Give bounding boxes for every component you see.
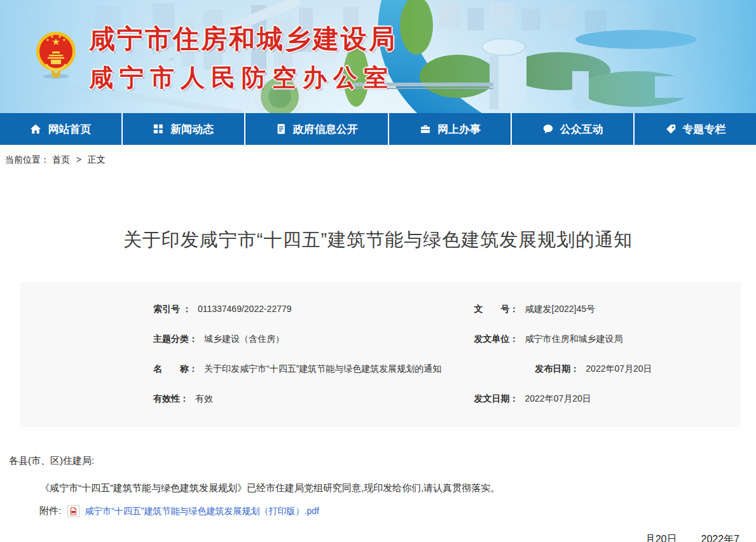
meta-value-publish-date: 2022年07月20日 (586, 363, 652, 374)
breadcrumb: 当前位置： 首页 > 正文 (0, 145, 756, 175)
document-icon (275, 123, 287, 135)
meta-row: 索引号 ：011337469/2022-22779 文 号：咸建发[2022]4… (20, 304, 741, 334)
breadcrumb-current: 正文 (88, 154, 106, 165)
meta-label-issue-date: 发文日期： (474, 393, 519, 403)
date-part-2: 2022年7 (701, 534, 740, 542)
meta-value-topic: 城乡建设（含住房） (204, 334, 284, 344)
page-title: 关于印发咸宁市“十四五”建筑节能与绿色建筑发展规划的通知 (0, 227, 756, 253)
grid-icon (153, 123, 164, 135)
attachment-pdf-link[interactable]: 咸宁市“十四五”建筑节能与绿色建筑发展规划（打印版）.pdf (85, 506, 319, 517)
chat-icon (542, 123, 554, 135)
nav-item-label: 专题专栏 (683, 122, 726, 137)
meta-label-doc-no: 文 号： (474, 304, 519, 314)
svg-text:★: ★ (62, 37, 66, 42)
meta-row: 主题分类：城乡建设（含住房） 发文单位：咸宁市住房和城乡建设局 (20, 334, 741, 363)
org-name-line2: 咸宁市人民防空办公室 (89, 62, 397, 94)
meta-row: 名 称：关于印发咸宁市“十四五”建筑节能与绿色建筑发展规划的通知 发布日期：20… (20, 363, 741, 393)
body-paragraph: 《咸宁市“十四五”建筑节能与绿色建筑发展规划》已经市住建局党组研究同意,现印发给… (40, 482, 756, 494)
meta-label-publish-date: 发布日期： (535, 363, 579, 374)
briefcase-icon (420, 123, 431, 135)
site-header: ★ ★ ★ ★ ★ 咸宁市住房和城乡建设局 咸宁市人民防空办公室 (0, 0, 756, 113)
meta-value-issue-date: 2022年07月20日 (525, 393, 591, 403)
svg-text:★: ★ (46, 37, 50, 42)
pdf-icon[interactable] (67, 505, 79, 517)
article: 关于印发咸宁市“十四五”建筑节能与绿色建筑发展规划的通知 索引号 ：011337… (0, 227, 756, 542)
national-emblem-icon: ★ ★ ★ ★ ★ (36, 30, 76, 80)
nav-item-home[interactable]: 网站首页 (0, 113, 121, 145)
breadcrumb-home-link[interactable]: 首页 (52, 154, 70, 165)
nav-item-online-services[interactable]: 网上办事 (388, 113, 511, 145)
meta-label-index-no: 索引号 ： (153, 304, 191, 314)
meta-value-doc-no: 咸建发[2022]45号 (525, 304, 596, 314)
document-date: 月20日2022年7 (0, 533, 756, 542)
breadcrumb-label: 当前位置： (5, 154, 50, 165)
site-masthead: 咸宁市住房和城乡建设局 咸宁市人民防空办公室 (89, 22, 397, 94)
attachment-line: 附件: 咸宁市“十四五”建筑节能与绿色建筑发展规划（打印版）.pdf (39, 505, 756, 517)
meta-label-topic: 主题分类： (153, 334, 198, 344)
attachment-label: 附件: (39, 505, 61, 517)
meta-value-name: 关于印发咸宁市“十四五”建筑节能与绿色建筑发展规划的通知 (204, 363, 441, 374)
meta-label-name: 名 称： (153, 363, 198, 374)
meta-value-validity: 有效 (195, 393, 213, 403)
nav-item-label: 公众互动 (560, 122, 603, 137)
date-part-1: 月20日 (645, 534, 677, 542)
nav-item-label: 新闻动态 (170, 122, 214, 137)
meta-label-validity: 有效性： (153, 393, 189, 403)
breadcrumb-separator: > (76, 154, 81, 165)
meta-value-index-no: 011337469/2022-22779 (198, 304, 292, 314)
salutation: 各县(市、区)住建局: (9, 455, 756, 467)
svg-text:★: ★ (50, 34, 54, 39)
nav-item-label: 政府信息公开 (293, 122, 358, 137)
nav-item-gov-info[interactable]: 政府信息公开 (244, 113, 388, 145)
tag-icon (665, 123, 677, 135)
nav-item-special-topics[interactable]: 专题专栏 (633, 113, 756, 145)
nav-item-label: 网上办事 (437, 122, 481, 137)
document-meta-table: 索引号 ：011337469/2022-22779 文 号：咸建发[2022]4… (20, 282, 741, 427)
nav-item-news[interactable]: 新闻动态 (121, 113, 244, 145)
svg-text:★: ★ (58, 34, 62, 39)
meta-row: 有效性：有效 发文日期：2022年07月20日 (20, 393, 741, 423)
nav-item-public-interaction[interactable]: 公众互动 (511, 113, 633, 145)
nav-item-label: 网站首页 (48, 122, 91, 137)
home-icon (30, 123, 41, 135)
meta-label-issuing-unit: 发文单位： (474, 334, 519, 344)
org-name-line1: 咸宁市住房和城乡建设局 (89, 22, 397, 57)
meta-value-issuing-unit: 咸宁市住房和城乡建设局 (525, 334, 623, 344)
main-nav: 网站首页 新闻动态 政府信息公开 网上办事 公众互动 (0, 113, 756, 145)
document-body: 各县(市、区)住建局: 《咸宁市“十四五”建筑节能与绿色建筑发展规划》已经市住建… (0, 455, 756, 542)
